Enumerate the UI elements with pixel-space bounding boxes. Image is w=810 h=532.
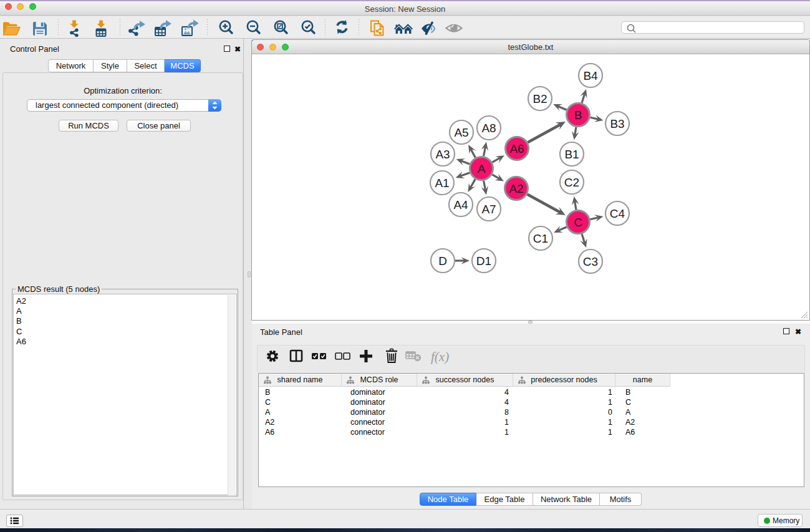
svg-text:A4: A4	[453, 198, 468, 211]
svg-text:D1: D1	[476, 254, 491, 268]
svg-text:A6: A6	[509, 142, 524, 155]
svg-text:C1: C1	[533, 232, 548, 245]
svg-text:D: D	[438, 254, 447, 268]
svg-text:C: C	[574, 216, 582, 229]
svg-text:A1: A1	[435, 177, 449, 190]
svg-text:A7: A7	[481, 203, 496, 216]
svg-text:B1: B1	[564, 148, 579, 161]
svg-text:B3: B3	[610, 117, 624, 130]
svg-text:C3: C3	[583, 255, 598, 268]
svg-text:B2: B2	[533, 92, 547, 105]
svg-text:C4: C4	[610, 207, 625, 220]
svg-text:B4: B4	[583, 69, 598, 82]
svg-text:A8: A8	[481, 122, 496, 135]
svg-text:A5: A5	[454, 126, 468, 139]
svg-text:B: B	[574, 109, 582, 122]
svg-text:C2: C2	[564, 176, 579, 189]
svg-text:A3: A3	[435, 148, 450, 161]
svg-text:A: A	[478, 162, 486, 175]
svg-text:A2: A2	[509, 182, 523, 195]
